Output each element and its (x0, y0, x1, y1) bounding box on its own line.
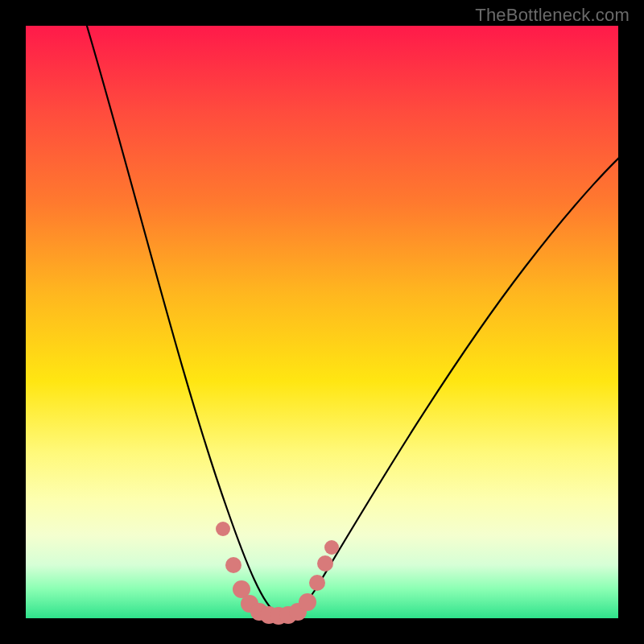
svg-point-0 (216, 522, 230, 536)
watermark-text: TheBottleneck.com (475, 5, 630, 26)
chart-plot-area (26, 26, 618, 618)
fitted-points (216, 522, 339, 625)
svg-point-9 (299, 593, 316, 611)
curve-path (82, 10, 644, 616)
svg-point-1 (225, 557, 242, 573)
svg-point-10 (309, 575, 325, 591)
svg-point-12 (324, 540, 339, 555)
svg-point-11 (317, 555, 333, 572)
bottleneck-curve (26, 26, 618, 618)
